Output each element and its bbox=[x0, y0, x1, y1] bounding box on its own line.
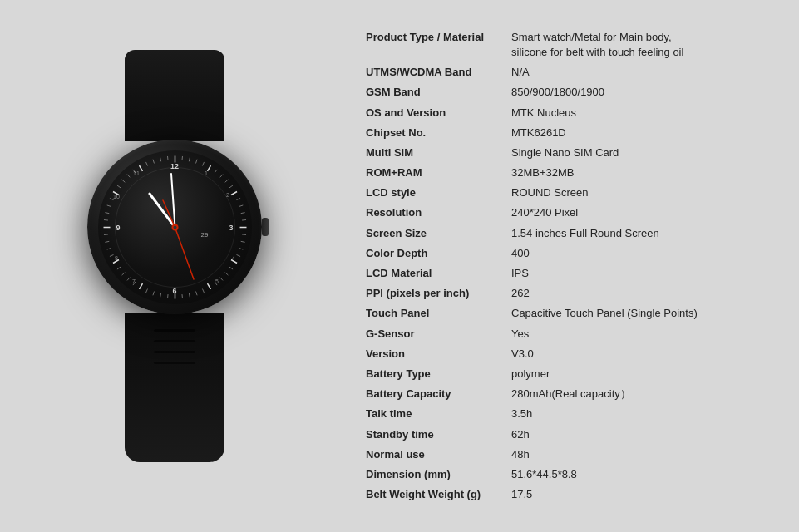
spec-row: LCD MaterialIPS bbox=[366, 264, 774, 283]
spec-label: OS and Version bbox=[366, 106, 511, 121]
spec-value: MTK Nucleus bbox=[511, 106, 774, 121]
svg-line-14 bbox=[150, 194, 175, 228]
spec-value: ROUND Screen bbox=[511, 185, 774, 200]
spec-label: UTMS/WCDMA Band bbox=[366, 65, 511, 80]
spec-value: N/A bbox=[511, 65, 774, 80]
spec-value: 850/900/1800/1900 bbox=[511, 85, 774, 100]
watch-body: 12 3 6 9 1 2 4 5 7 8 10 11 29 bbox=[87, 140, 262, 314]
watch-face: 12 3 6 9 1 2 4 5 7 8 10 11 29 bbox=[98, 150, 252, 304]
spec-row: Product Type / MaterialSmart watch/Metal… bbox=[366, 27, 774, 62]
spec-value: 32MB+32MB bbox=[511, 165, 774, 180]
spec-section: Product Type / MaterialSmart watch/Metal… bbox=[349, 0, 799, 532]
spec-value: Smart watch/Metal for Main body,silicone… bbox=[511, 30, 774, 60]
spec-value: 280mAh(Real capacity） bbox=[511, 387, 774, 401]
spec-value: polymer bbox=[511, 367, 774, 382]
spec-value: 17.5 bbox=[511, 487, 774, 502]
spec-row: Belt Weight Weight (g)17.5 bbox=[366, 485, 774, 505]
spec-label: Battery Capacity bbox=[366, 387, 511, 401]
spec-row: Resolution240*240 Pixel bbox=[366, 203, 774, 223]
spec-value: Yes bbox=[511, 327, 774, 342]
spec-label: Version bbox=[366, 347, 511, 362]
spec-label: GSM Band bbox=[366, 85, 511, 100]
spec-row: Screen Size1.54 inches Full Round Screen bbox=[366, 224, 774, 244]
spec-label: Battery Type bbox=[366, 367, 511, 382]
spec-label: Belt Weight Weight (g) bbox=[366, 487, 511, 502]
spec-label: PPI (pixels per inch) bbox=[366, 286, 511, 301]
spec-label: Talk time bbox=[366, 406, 511, 421]
spec-row: LCD styleROUND Screen bbox=[366, 183, 774, 203]
spec-row: Battery Capacity280mAh(Real capacity） bbox=[366, 384, 774, 404]
spec-value: 51.6*44.5*8.8 bbox=[511, 467, 774, 482]
spec-label: LCD Material bbox=[366, 266, 511, 281]
page-container: 12 3 6 9 1 2 4 5 7 8 10 11 29 bbox=[0, 0, 799, 532]
spec-label: Multi SIM bbox=[366, 145, 511, 160]
watch-section: 12 3 6 9 1 2 4 5 7 8 10 11 29 bbox=[0, 0, 349, 532]
spec-row: Touch PanelCapacitive Touch Panel (Singl… bbox=[366, 303, 774, 323]
spec-value: 400 bbox=[511, 246, 774, 261]
spec-value: 62h bbox=[511, 427, 774, 442]
spec-value: V3.0 bbox=[511, 347, 774, 362]
strap-top bbox=[125, 50, 224, 141]
spec-row: Multi SIMSingle Nano SIM Card bbox=[366, 143, 774, 163]
spec-label: ROM+RAM bbox=[366, 165, 511, 180]
spec-label: Product Type / Material bbox=[366, 30, 511, 45]
spec-value: 240*240 Pixel bbox=[511, 205, 774, 220]
spec-label: Chipset No. bbox=[366, 126, 511, 140]
spec-row: ROM+RAM32MB+32MB bbox=[366, 163, 774, 183]
watch-crown bbox=[262, 218, 269, 236]
spec-value: 3.5h bbox=[511, 406, 774, 421]
spec-row: UTMS/WCDMA BandN/A bbox=[366, 62, 774, 82]
spec-label: Standby time bbox=[366, 427, 511, 442]
spec-row: OS and VersionMTK Nucleus bbox=[366, 103, 774, 123]
strap-hole-3 bbox=[154, 351, 195, 353]
strap-hole-1 bbox=[154, 329, 195, 332]
spec-row: Dimension (mm)51.6*44.5*8.8 bbox=[366, 465, 774, 485]
watch-image: 12 3 6 9 1 2 4 5 7 8 10 11 29 bbox=[50, 50, 299, 482]
spec-row: Battery Typepolymer bbox=[366, 364, 774, 384]
strap-hole-2 bbox=[154, 340, 195, 342]
spec-value: MTK6261D bbox=[511, 126, 774, 140]
spec-value: Single Nano SIM Card bbox=[511, 145, 774, 160]
spec-label: Dimension (mm) bbox=[366, 467, 511, 482]
watch-hands-svg bbox=[98, 150, 252, 304]
spec-row: G-SensorYes bbox=[366, 324, 774, 344]
spec-label: Normal use bbox=[366, 447, 511, 462]
spec-row: Standby time62h bbox=[366, 425, 774, 445]
spec-row: PPI (pixels per inch)262 bbox=[366, 283, 774, 303]
svg-line-16 bbox=[175, 227, 194, 279]
spec-value: IPS bbox=[511, 266, 774, 281]
spec-row: Normal use48h bbox=[366, 445, 774, 465]
spec-label: Color Depth bbox=[366, 246, 511, 261]
spec-value: 262 bbox=[511, 286, 774, 301]
spec-label: Screen Size bbox=[366, 226, 511, 241]
spec-row: Chipset No.MTK6261D bbox=[366, 123, 774, 143]
spec-label: Touch Panel bbox=[366, 306, 511, 321]
spec-row: GSM Band850/900/1800/1900 bbox=[366, 82, 774, 102]
spec-row: VersionV3.0 bbox=[366, 344, 774, 364]
spec-label: G-Sensor bbox=[366, 327, 511, 342]
spec-value: 1.54 inches Full Round Screen bbox=[511, 226, 774, 241]
spec-label: Resolution bbox=[366, 205, 511, 220]
svg-point-19 bbox=[173, 225, 176, 229]
spec-table: Product Type / MaterialSmart watch/Metal… bbox=[366, 27, 774, 505]
spec-value: 48h bbox=[511, 447, 774, 462]
spec-row: Talk time3.5h bbox=[366, 404, 774, 424]
spec-row: Color Depth400 bbox=[366, 244, 774, 264]
strap-hole-4 bbox=[154, 362, 195, 364]
strap-bottom bbox=[125, 313, 224, 462]
strap-holes bbox=[125, 313, 224, 364]
spec-value: Capacitive Touch Panel (Single Points) bbox=[511, 306, 774, 321]
spec-label: LCD style bbox=[366, 185, 511, 200]
